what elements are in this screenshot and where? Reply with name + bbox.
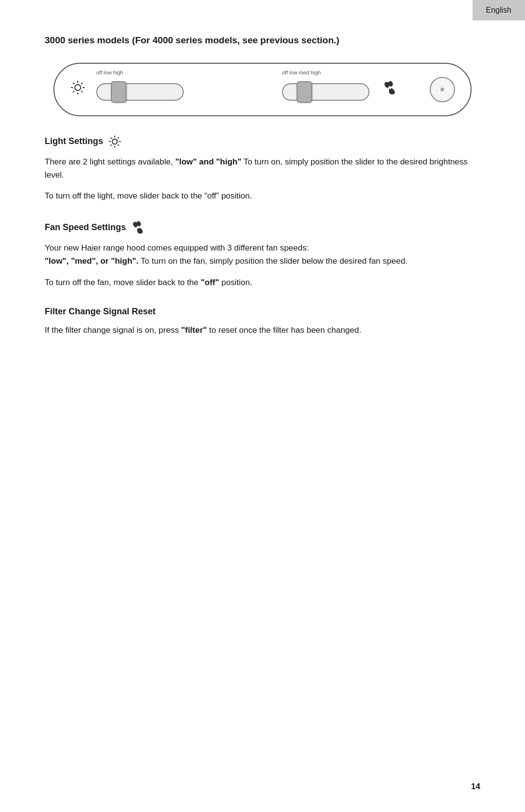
filter-settings-para1: If the filter change signal is on, press… [45, 324, 480, 337]
filter-settings-heading: Filter Change Signal Reset [45, 307, 480, 317]
sun-icon [70, 80, 86, 99]
fan-slider-labels: off low med high [282, 70, 321, 75]
filter-settings-section: Filter Change Signal Reset If the filter… [45, 307, 480, 337]
svg-line-18 [110, 144, 112, 146]
light-settings-heading: Light Settings [45, 135, 480, 148]
control-panel-diagram: off low high off low med high [53, 63, 472, 116]
page-number: 14 [471, 782, 480, 792]
fan-settings-heading: Fan Speed Settings [45, 220, 480, 235]
svg-point-10 [112, 139, 118, 144]
light-bold-1: "low" and "high" [175, 157, 241, 166]
filter-button-section [430, 77, 455, 102]
fan-slider-thumb[interactable] [297, 81, 312, 103]
light-settings-para1: There are 2 light settings available, "l… [45, 155, 480, 181]
language-label: English [486, 6, 511, 14]
fan-bold-2: "off" [201, 278, 219, 287]
section-heading: 3000 series models (For 4000 series mode… [45, 34, 480, 47]
panel-outer: off low high off low med high [53, 63, 472, 116]
svg-line-16 [118, 144, 119, 146]
fan-slider-track[interactable] [282, 83, 369, 101]
svg-point-9 [388, 86, 391, 89]
svg-line-6 [81, 91, 83, 92]
fan-control-section: off low med high [250, 78, 430, 101]
filter-button[interactable] [430, 77, 455, 102]
filter-bold-1: "filter" [181, 325, 207, 335]
svg-line-15 [110, 137, 112, 139]
light-slider-container: off low high [96, 83, 184, 101]
light-settings-section: Light Settings There are 2 light setting… [45, 135, 480, 203]
filter-dot [440, 88, 444, 91]
fan-settings-section: Fan Speed Settings Your new Haier range … [45, 220, 480, 289]
svg-point-0 [75, 85, 81, 90]
light-slider-labels: off low high [96, 70, 123, 75]
fan-icon [382, 80, 398, 99]
light-settings-para2: To turn off the light, move slider back … [45, 189, 480, 202]
fan-settings-para1: Your new Haier range hood comes equipped… [45, 241, 480, 268]
svg-line-17 [118, 137, 119, 139]
fan-settings-fan-icon [131, 220, 145, 235]
light-slider-track[interactable] [96, 83, 184, 101]
svg-point-19 [137, 226, 140, 229]
svg-line-5 [73, 83, 74, 84]
fan-bold-1: "low", "med", or "high". [45, 256, 139, 266]
fan-slider-container: off low med high [282, 83, 369, 101]
light-control-section: off low high [70, 78, 250, 101]
svg-line-8 [73, 91, 74, 92]
light-settings-sun-icon [108, 135, 122, 148]
light-slider-thumb[interactable] [111, 81, 126, 103]
language-tab: English [472, 0, 525, 20]
fan-settings-para2: To turn off the fan, move slider back to… [45, 276, 480, 289]
svg-line-7 [81, 83, 83, 84]
